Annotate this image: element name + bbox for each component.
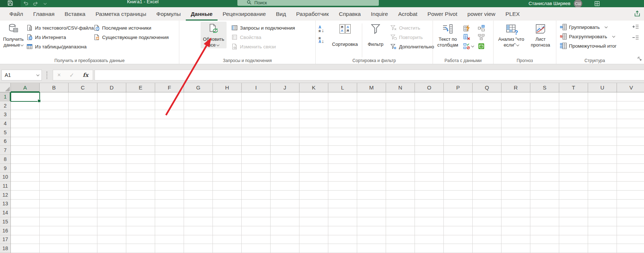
- column-header[interactable]: A: [11, 83, 40, 92]
- show-detail-icon[interactable]: [632, 24, 639, 31]
- apps-grid-icon[interactable]: [595, 1, 600, 7]
- row-header[interactable]: 17: [0, 235, 10, 244]
- row-header[interactable]: 1: [0, 92, 10, 101]
- ribbon-tab[interactable]: PLEX: [500, 7, 525, 21]
- ribbon-tab[interactable]: Acrobat: [393, 7, 422, 21]
- share-icon[interactable]: [634, 10, 641, 18]
- ribbon-tab[interactable]: Inquire: [366, 7, 393, 21]
- search-box[interactable]: Поиск: [237, 0, 379, 6]
- column-header[interactable]: N: [386, 83, 415, 92]
- column-header[interactable]: D: [97, 83, 126, 92]
- grid-row[interactable]: [11, 226, 644, 235]
- selected-cell[interactable]: [10, 92, 40, 102]
- from-table-button[interactable]: Из таблицы/диапазона: [26, 42, 94, 51]
- ribbon-tab[interactable]: Разметка страницы: [91, 7, 152, 21]
- row-header[interactable]: 16: [0, 226, 10, 235]
- row-header[interactable]: 10: [0, 173, 10, 182]
- row-header[interactable]: 4: [0, 119, 10, 128]
- ribbon-tab[interactable]: Данные: [186, 7, 218, 21]
- queries-connections-button[interactable]: Запросы и подключения: [231, 23, 295, 32]
- ribbon-tab[interactable]: Файл: [4, 7, 28, 21]
- grid-row[interactable]: [11, 137, 644, 146]
- name-box-caret-icon[interactable]: [36, 73, 39, 76]
- get-data-button[interactable]: Получить данные: [2, 22, 25, 48]
- consolidate-button[interactable]: [478, 23, 485, 32]
- row-header[interactable]: 9: [0, 164, 10, 173]
- row-header[interactable]: 14: [0, 208, 10, 217]
- grid-row[interactable]: [11, 208, 644, 217]
- row-header[interactable]: 5: [0, 128, 10, 137]
- text-to-columns-button[interactable]: Текст по столбцам: [435, 22, 461, 48]
- row-header[interactable]: 12: [0, 191, 10, 200]
- formula-input[interactable]: [95, 70, 644, 80]
- ribbon-tab[interactable]: Справка: [334, 7, 366, 21]
- flash-fill-button[interactable]: [463, 23, 474, 32]
- sort-desc-button[interactable]: яА ↓: [319, 35, 324, 44]
- column-header[interactable]: R: [501, 83, 530, 92]
- select-all-corner[interactable]: [0, 83, 11, 92]
- sort-asc-button[interactable]: Ая ↓: [319, 24, 324, 33]
- save-icon[interactable]: [8, 0, 13, 7]
- row-header[interactable]: 8: [0, 155, 10, 164]
- grid-row[interactable]: [11, 191, 644, 200]
- ribbon-tab[interactable]: Рецензирование: [218, 7, 271, 21]
- ribbon-tab[interactable]: power view: [463, 7, 501, 21]
- row-header[interactable]: 2: [0, 101, 10, 110]
- grid-row[interactable]: [11, 235, 644, 244]
- ribbon-tab[interactable]: Формулы: [151, 7, 185, 21]
- grid-row[interactable]: [11, 244, 644, 253]
- grid-row[interactable]: [11, 200, 644, 209]
- data-validation-button[interactable]: [463, 42, 474, 51]
- column-header[interactable]: F: [155, 83, 184, 92]
- group-button[interactable]: Группировать: [560, 22, 617, 32]
- undo-icon[interactable]: [23, 0, 29, 7]
- ungroup-button[interactable]: Разгруппировать: [560, 32, 617, 41]
- column-header[interactable]: G: [184, 83, 213, 92]
- grid-row[interactable]: [11, 128, 644, 137]
- grid-row[interactable]: [11, 119, 644, 128]
- row-header[interactable]: 11: [0, 182, 10, 191]
- column-header[interactable]: I: [242, 83, 271, 92]
- row-header[interactable]: 3: [0, 110, 10, 119]
- from-text-csv-button[interactable]: Из текстового/CSV-файла: [26, 23, 94, 32]
- column-header[interactable]: C: [69, 83, 97, 92]
- column-header[interactable]: M: [357, 83, 386, 92]
- grid-row[interactable]: [11, 101, 644, 110]
- ribbon-tab[interactable]: Разработчик: [291, 7, 334, 21]
- row-header[interactable]: 13: [0, 200, 10, 209]
- filter-button[interactable]: Фильтр: [364, 22, 387, 47]
- hide-detail-icon[interactable]: [632, 35, 639, 42]
- fill-handle[interactable]: [38, 99, 41, 102]
- column-header[interactable]: L: [328, 83, 357, 92]
- ribbon-tab[interactable]: Power Pivot: [422, 7, 463, 21]
- grid-row[interactable]: [11, 110, 644, 119]
- data-model-button[interactable]: [478, 42, 485, 51]
- sort-button[interactable]: ЯА АЯ Сортировка: [330, 22, 360, 47]
- column-header[interactable]: K: [299, 83, 328, 92]
- grid-row[interactable]: [11, 164, 644, 173]
- column-header[interactable]: B: [40, 83, 69, 92]
- grid-row[interactable]: [11, 92, 644, 101]
- relationships-button[interactable]: [478, 32, 485, 42]
- row-header[interactable]: 15: [0, 217, 10, 226]
- ribbon-tab[interactable]: Вставка: [60, 7, 91, 21]
- grid-row[interactable]: [11, 155, 644, 164]
- redo-icon[interactable]: [33, 1, 38, 6]
- advanced-filter-button[interactable]: Дополнительно: [390, 42, 434, 51]
- ribbon-tab[interactable]: Главная: [28, 7, 60, 21]
- ribbon-tab[interactable]: Вид: [271, 7, 291, 21]
- what-if-button[interactable]: ? Анализ "что если": [496, 22, 526, 48]
- qat-caret-icon[interactable]: [44, 1, 47, 4]
- existing-connections-button[interactable]: Существующие подключения: [93, 32, 169, 42]
- from-web-button[interactable]: Из Интернета: [26, 32, 94, 42]
- grid-row[interactable]: [11, 182, 644, 191]
- column-header[interactable]: V: [617, 83, 644, 92]
- separator-dots[interactable]: [47, 71, 47, 79]
- grid-row[interactable]: [11, 173, 644, 182]
- recent-sources-button[interactable]: Последние источники: [93, 23, 169, 32]
- cell-area[interactable]: [11, 92, 644, 253]
- row-header[interactable]: 18: [0, 244, 10, 253]
- column-header[interactable]: O: [415, 83, 444, 92]
- refresh-all-button[interactable]: Обновить все: [201, 22, 227, 48]
- avatar[interactable]: СШ: [574, 0, 582, 7]
